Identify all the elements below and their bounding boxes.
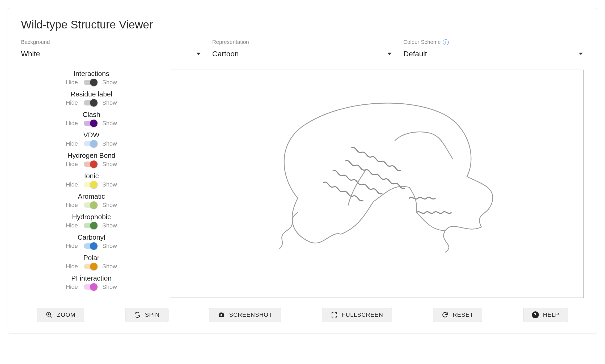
toggle-title: Aromatic [66,192,117,201]
toggle-item: PolarHideShow [66,254,117,270]
viewer-column [170,70,584,298]
hide-label: Hide [66,181,78,188]
toggle-row: HideShow [66,181,117,189]
hide-label: Hide [66,120,78,127]
button-row: ZOOM SPIN SCREENSHOT FULLSCREEN [21,308,584,322]
fullscreen-button-label: FULLSCREEN [342,311,383,318]
toggle-title: Polar [66,254,117,262]
toggle-title: Hydrogen Bond [66,151,117,160]
hide-label: Hide [66,79,78,86]
page-title: Wild-type Structure Viewer [21,18,584,31]
screenshot-button-label: SCREENSHOT [229,311,272,318]
toggle-title: Interactions [66,70,117,78]
svg-line-1 [50,316,52,318]
toggles-column: InteractionsHideShowResidue labelHideSho… [21,70,162,298]
switch-thumb [90,99,98,107]
toggle-item: HydrophobicHideShow [66,213,117,230]
toggle-switch[interactable] [83,283,98,291]
representation-select[interactable]: Cartoon [212,47,393,61]
toggle-row: HideShow [66,119,117,127]
help-icon: ? [532,311,539,318]
toggle-row: HideShow [66,78,117,86]
toggle-title: Residue label [66,90,117,98]
switch-thumb [90,222,98,229]
toggle-switch[interactable] [83,201,98,209]
help-button[interactable]: ? HELP [523,308,568,322]
hide-label: Hide [66,99,78,106]
toggle-switch[interactable] [83,78,98,86]
toggle-title: PI interaction [66,274,117,282]
hide-label: Hide [66,222,78,229]
switch-thumb [90,140,98,147]
show-label: Show [102,140,117,147]
colour-scheme-select[interactable]: Default [403,47,584,61]
fullscreen-button[interactable]: FULLSCREEN [322,308,392,322]
reset-button-label: RESET [453,311,473,318]
background-select[interactable]: White [21,47,202,61]
dropdown-caret-icon [196,53,201,55]
zoom-button-label: ZOOM [57,311,75,318]
protein-cartoon [181,76,573,292]
main-row: InteractionsHideShowResidue labelHideSho… [21,70,584,298]
toggle-switch[interactable] [83,160,98,168]
toggle-switch[interactable] [83,140,98,148]
toggle-item: VDWHideShow [66,131,117,148]
toggle-switch[interactable] [83,242,98,250]
show-label: Show [102,99,117,106]
structure-viewport[interactable] [170,70,584,298]
colour-scheme-label: Colour Scheme i [403,39,584,45]
toggle-row: HideShow [66,222,117,230]
spin-button-label: SPIN [145,311,160,318]
toggle-switch[interactable] [83,222,98,230]
switch-thumb [90,120,98,127]
toggle-row: HideShow [66,99,117,107]
toggle-switch[interactable] [83,263,98,270]
show-label: Show [102,120,117,127]
screenshot-button[interactable]: SCREENSHOT [209,308,281,322]
hide-label: Hide [66,202,78,209]
toggle-item: Hydrogen BondHideShow [66,151,117,168]
hide-label: Hide [66,283,78,290]
zoom-button[interactable]: ZOOM [37,308,84,322]
info-icon[interactable]: i [443,39,449,45]
representation-select-value: Cartoon [212,50,239,58]
reset-button[interactable]: RESET [433,308,482,322]
camera-icon [218,311,225,318]
switch-thumb [90,201,98,209]
colour-scheme-label-text: Colour Scheme [403,39,441,45]
toggle-item: PI interactionHideShow [66,274,117,291]
toggle-title: Clash [66,111,117,119]
show-label: Show [102,222,117,229]
toggle-row: HideShow [66,283,117,291]
show-label: Show [102,161,117,168]
toggle-item: ClashHideShow [66,111,117,127]
switch-thumb [90,160,98,168]
dropdown-caret-icon [387,53,392,55]
toggle-item: AromaticHideShow [66,192,117,209]
switch-thumb [90,181,98,188]
hide-label: Hide [66,243,78,249]
toggle-title: Ionic [66,172,117,180]
switch-thumb [90,242,98,250]
hide-label: Hide [66,140,78,147]
background-label: Background [21,39,202,45]
toggle-item: CarbonylHideShow [66,233,117,250]
toggle-row: HideShow [66,242,117,250]
spin-button[interactable]: SPIN [125,308,168,322]
toggle-row: HideShow [66,201,117,209]
toggle-switch[interactable] [83,99,98,107]
spin-icon [134,311,141,318]
fullscreen-icon [331,311,338,318]
toggle-title: VDW [66,131,117,139]
show-label: Show [102,202,117,209]
hide-label: Hide [66,161,78,168]
background-select-group: Background White [21,39,202,61]
toggle-item: InteractionsHideShow [66,70,117,86]
toggle-item: IonicHideShow [66,172,117,189]
structure-viewer-panel: Wild-type Structure Viewer Background Wh… [8,8,597,333]
toggle-item: Residue labelHideShow [66,90,117,107]
representation-select-group: Representation Cartoon [212,39,393,61]
toggle-row: HideShow [66,160,117,168]
toggle-switch[interactable] [83,181,98,189]
toggle-switch[interactable] [83,119,98,127]
